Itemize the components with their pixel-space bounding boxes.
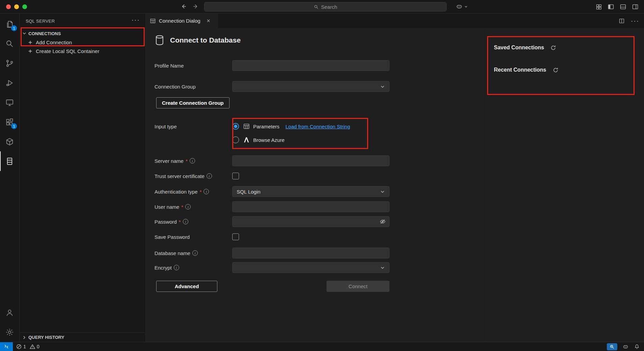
copilot-menu[interactable] [456, 3, 468, 10]
encrypt-select[interactable] [232, 262, 389, 273]
customize-layout-icon[interactable] [596, 4, 602, 10]
copilot-status-icon[interactable] [622, 344, 629, 350]
chevron-down-icon [380, 189, 385, 194]
tab-connection-dialog[interactable]: Connection Dialog [146, 14, 218, 28]
activity-bar: 1 1 [0, 14, 20, 342]
info-icon[interactable]: i [207, 173, 212, 179]
info-icon[interactable]: i [192, 250, 198, 256]
warning-icon [30, 344, 35, 349]
chevron-down-icon [380, 84, 385, 89]
connection-dialog-webview: Connect to Database Profile Name Connect… [146, 28, 644, 342]
connection-dialog-icon [150, 18, 156, 24]
save-password-label: Save Password [154, 234, 232, 240]
close-icon[interactable] [206, 19, 211, 23]
refresh-icon[interactable] [550, 45, 556, 51]
command-center-search[interactable]: Search [204, 2, 447, 11]
info-icon[interactable]: i [174, 265, 179, 270]
chevron-down-icon [464, 5, 468, 8]
warning-count: 0 [37, 344, 40, 349]
remote-explorer-icon [5, 98, 14, 107]
activity-item-run-debug[interactable] [0, 73, 19, 93]
source-control-icon [5, 59, 14, 68]
sidebar-item-add-connection[interactable]: Add Connection [20, 38, 145, 47]
extensions-badge: 1 [11, 123, 17, 129]
azure-icon [243, 136, 250, 143]
activity-item-containers[interactable] [0, 132, 19, 151]
page-title: Connect to Database [154, 35, 241, 46]
sidebar-sql-server: SQL SERVER ··· CONNECTIONS Add Connectio… [20, 14, 146, 342]
save-password-checkbox[interactable] [232, 233, 239, 240]
window-close-button[interactable] [6, 4, 11, 9]
load-from-connection-string-link[interactable]: Load from Connection String [286, 124, 350, 129]
search-icon [5, 39, 14, 48]
chevron-down-icon [22, 31, 27, 36]
advanced-button[interactable]: Advanced [156, 281, 217, 292]
problems-status[interactable]: 1 0 [16, 342, 42, 351]
search-placeholder: Search [321, 4, 337, 10]
window-minimize-button[interactable] [14, 4, 19, 9]
server-name-label: Server name* i [154, 158, 232, 164]
refresh-icon[interactable] [552, 67, 559, 73]
sidebar-more-actions[interactable]: ··· [132, 16, 140, 24]
chevron-right-icon [22, 335, 27, 340]
plus-icon [28, 40, 33, 45]
section-header-connections[interactable]: CONNECTIONS [20, 29, 145, 38]
navigate-back-icon[interactable] [180, 3, 187, 10]
parameters-radio[interactable] [232, 123, 239, 130]
authentication-type-select[interactable]: SQL Login [232, 186, 389, 197]
run-debug-icon [5, 78, 14, 87]
trust-server-certificate-checkbox[interactable] [232, 173, 239, 179]
split-editor-icon[interactable] [619, 18, 625, 24]
editor-group: Connection Dialog ··· Connect to Databas… [146, 14, 644, 342]
activity-item-sql-server[interactable] [0, 151, 19, 171]
browse-azure-radio[interactable] [232, 136, 239, 143]
activity-item-explorer[interactable]: 1 [0, 14, 19, 34]
connect-button[interactable]: Connect [327, 281, 389, 292]
copilot-icon [456, 3, 463, 10]
authentication-type-label: Authentication type* i [154, 189, 232, 195]
encrypt-label: Encrypt i [154, 265, 232, 271]
info-icon[interactable]: i [185, 204, 191, 209]
tab-label: Connection Dialog [159, 18, 200, 24]
title-bar: Search [0, 0, 644, 14]
activity-item-search[interactable] [0, 34, 19, 53]
info-icon[interactable]: i [183, 219, 188, 224]
password-input[interactable] [232, 216, 389, 227]
gear-icon [5, 328, 14, 337]
info-icon[interactable]: i [190, 158, 195, 164]
activity-item-remote-explorer[interactable] [0, 93, 19, 112]
input-type-label: Input type [154, 124, 232, 129]
remote-indicator[interactable] [0, 342, 13, 351]
eye-off-icon[interactable] [379, 218, 386, 225]
user-name-input[interactable] [232, 201, 389, 212]
connection-group-select[interactable] [232, 81, 389, 92]
toggle-secondary-sidebar-icon[interactable] [632, 3, 639, 10]
user-name-label: User name* i [154, 204, 232, 210]
activity-item-source-control[interactable] [0, 53, 19, 73]
create-connection-group-button[interactable]: Create Connection Group [156, 97, 230, 108]
toggle-sidebar-icon[interactable] [607, 3, 614, 10]
plus-icon [28, 49, 33, 54]
profile-name-input[interactable] [232, 60, 389, 71]
info-icon[interactable]: i [204, 189, 209, 194]
activity-item-extensions[interactable]: 1 [0, 112, 19, 132]
connection-group-label: Connection Group [154, 84, 232, 90]
error-count: 1 [23, 344, 26, 349]
editor-more-actions[interactable]: ··· [631, 17, 639, 25]
bell-icon[interactable] [634, 344, 640, 350]
navigate-forward-icon[interactable] [192, 3, 199, 10]
activity-item-accounts[interactable] [0, 303, 19, 322]
zoom-status-button[interactable] [607, 343, 617, 350]
activity-item-settings[interactable] [0, 322, 19, 342]
status-bar: 1 0 [0, 342, 644, 351]
toggle-panel-icon[interactable] [620, 3, 626, 10]
search-icon [314, 4, 319, 9]
chevron-down-icon [380, 265, 385, 270]
window-zoom-button[interactable] [22, 4, 27, 9]
parameters-icon [243, 123, 250, 130]
section-header-query-history[interactable]: QUERY HISTORY [20, 332, 145, 342]
sidebar-item-create-local-sql-container[interactable]: Create Local SQL Container [20, 47, 145, 55]
server-name-input[interactable] [232, 155, 389, 166]
database-name-input[interactable] [232, 248, 389, 258]
database-name-label: Database name i [154, 250, 232, 256]
